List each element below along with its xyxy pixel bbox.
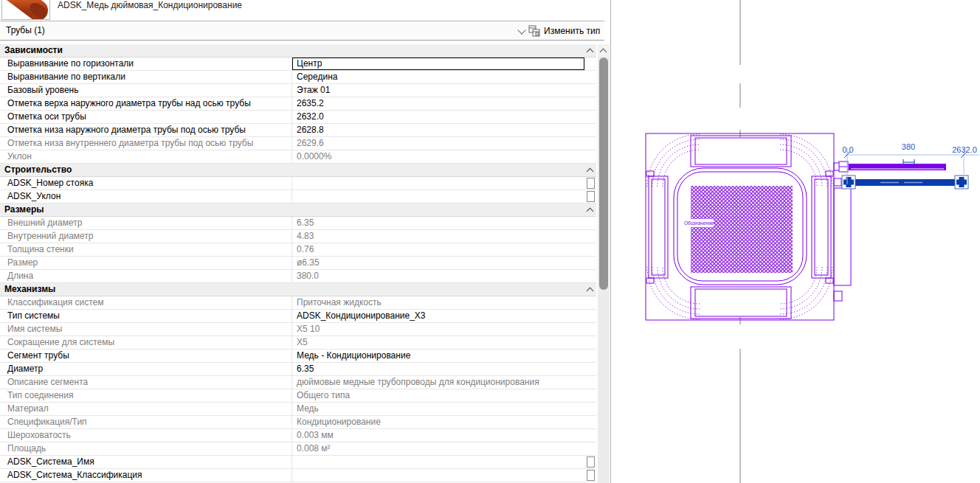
dim-start-value[interactable]: 0.0 — [842, 145, 853, 154]
type-selector[interactable]: ADSK_Медь дюймовая_Кондиционирование — [0, 0, 604, 21]
row-gutter — [584, 310, 596, 322]
associate-parameter-checkbox[interactable] — [587, 191, 595, 202]
property-value[interactable]: Медь - Кондиционирование — [292, 350, 584, 362]
property-value: дюймовые медные трубопроводы для кондици… — [292, 376, 584, 389]
property-value[interactable] — [292, 469, 584, 482]
property-value: 380.0 — [292, 270, 584, 282]
property-value: Общего типа — [292, 389, 584, 402]
selected-pipe[interactable] — [842, 176, 968, 189]
collapse-icon[interactable] — [584, 44, 596, 57]
property-value: 0.76 — [292, 243, 584, 256]
chevron-down-icon[interactable] — [517, 26, 525, 34]
property-value: 2629.6 — [292, 137, 584, 150]
scroll-up-arrow-icon[interactable] — [598, 44, 610, 57]
property-label: Базовый уровень — [0, 84, 292, 97]
associate-parameter-checkbox[interactable] — [587, 456, 595, 468]
row-gutter — [584, 137, 596, 150]
drawing-area[interactable]: Обозначение 0.0 — [611, 0, 980, 483]
row-gutter — [584, 177, 596, 190]
section-header-dimensions[interactable]: Размеры — [0, 204, 596, 217]
row-gutter — [584, 323, 596, 336]
property-row: Отметка низа наружного диаметра трубы по… — [0, 124, 596, 137]
vertical-scrollbar[interactable] — [598, 44, 610, 483]
property-label: Отметка низа внутреннего диаметра трубы … — [0, 137, 292, 150]
property-label: ADSK_Система_Классификация — [0, 469, 292, 482]
dim-elevation-value[interactable]: 2632.0 — [952, 145, 977, 154]
property-row: Внутренний диаметр 4.83 — [0, 230, 596, 243]
dim-length-value[interactable]: 380 — [902, 142, 915, 151]
row-gutter — [584, 230, 596, 243]
row-gutter — [584, 350, 596, 362]
scrollbar-thumb[interactable] — [599, 58, 608, 290]
property-row: Описание сегмента дюймовые медные трубоп… — [0, 376, 596, 389]
row-gutter — [584, 58, 596, 70]
cassette-unit[interactable] — [646, 133, 851, 320]
section-header-dependencies[interactable]: Зависимости — [0, 44, 596, 58]
property-row: Тип соединения Общего типа — [0, 389, 596, 403]
property-row: ADSK_Уклон — [0, 190, 596, 204]
row-gutter — [584, 217, 596, 229]
property-value[interactable] — [292, 177, 584, 190]
property-label: Внешний диаметр — [0, 217, 292, 229]
property-label: ADSK_Система_Имя — [0, 456, 292, 468]
properties-table: Зависимости Выравнивание по горизонтали … — [0, 44, 596, 482]
property-row: Имя системы Х5 10 — [0, 323, 596, 336]
property-value: Медь — [292, 403, 584, 415]
property-value: Х5 10 — [292, 323, 584, 336]
pipe-connector-handle[interactable] — [842, 176, 855, 189]
property-value[interactable]: 2635.2 — [292, 97, 584, 110]
selection-filter[interactable]: Трубы (1) — [6, 25, 45, 35]
row-gutter — [584, 296, 596, 309]
row-gutter — [584, 97, 596, 110]
property-label: Материал — [0, 403, 292, 415]
property-value[interactable]: ADSK_Кондиционирование_Х3 — [292, 310, 584, 322]
property-row: Выравнивание по горизонтали Центр — [0, 58, 596, 71]
row-gutter — [584, 363, 596, 375]
second-pipe[interactable] — [839, 161, 946, 172]
property-value[interactable]: 2628.8 — [292, 124, 584, 136]
property-label: Шероховатость — [0, 429, 292, 442]
section-header-mechanical[interactable]: Механизмы — [0, 283, 596, 296]
associate-parameter-checkbox[interactable] — [587, 470, 595, 481]
property-row: Отметка низа внутреннего диаметра трубы … — [0, 137, 596, 150]
section-title: Размеры — [0, 204, 584, 216]
property-label: Отметка оси трубы — [0, 111, 292, 123]
property-value[interactable] — [292, 190, 584, 203]
property-row: Базовый уровень Этаж 01 — [0, 84, 596, 97]
property-label: Спецификация/Тип — [0, 416, 292, 428]
property-label: Классификация систем — [0, 296, 292, 309]
row-gutter — [584, 416, 596, 428]
row-gutter — [584, 190, 596, 203]
collapse-icon[interactable] — [584, 164, 596, 176]
section-header-construction[interactable]: Строительство — [0, 164, 596, 177]
row-gutter — [584, 456, 596, 468]
property-row: ADSK_Система_Классификация — [0, 469, 596, 482]
row-gutter — [584, 469, 596, 482]
property-value[interactable]: 6.35 — [292, 363, 584, 375]
property-label: Тип соединения — [0, 389, 292, 402]
row-gutter — [584, 84, 596, 97]
section-title: Механизмы — [0, 283, 584, 296]
row-gutter — [584, 257, 596, 269]
property-value[interactable]: 2632.0 — [292, 111, 584, 123]
pipe-connector-handle[interactable] — [955, 176, 968, 189]
property-label: Сегмент трубы — [0, 350, 292, 362]
property-row: Диаметр 6.35 — [0, 363, 596, 376]
property-label: Диаметр — [0, 363, 292, 375]
property-value: 0.008 м² — [292, 442, 584, 455]
property-value: Кондиционирование — [292, 416, 584, 428]
property-value[interactable]: Этаж 01 — [292, 84, 584, 97]
property-row: Сегмент трубы Медь - Кондиционирование — [0, 350, 596, 363]
property-row: Сокращение для системы Х5 — [0, 336, 596, 350]
property-row: Внешний диаметр 6.35 — [0, 217, 596, 230]
property-value[interactable] — [292, 456, 584, 468]
property-row: Отметка верха наружного диаметра трубы н… — [0, 97, 596, 111]
collapse-icon[interactable] — [584, 283, 596, 296]
collapse-icon[interactable] — [584, 204, 596, 216]
property-value: 0.003 мм — [292, 429, 584, 442]
property-value-input[interactable]: Центр — [292, 58, 584, 70]
edit-type-button[interactable]: Изменить тип — [528, 24, 600, 38]
property-value[interactable]: Середина — [292, 71, 584, 83]
associate-parameter-checkbox[interactable] — [587, 178, 595, 189]
property-row: Длина 380.0 — [0, 270, 596, 283]
